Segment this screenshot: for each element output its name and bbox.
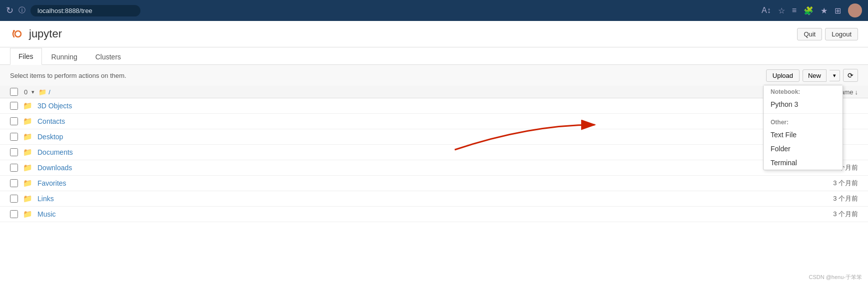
file-list-header: 0 ▾ 📁 / Name ↓ — [0, 86, 868, 98]
text-file-option[interactable]: Text File — [764, 128, 843, 142]
file-date: 3 个月前 — [833, 194, 858, 203]
jupyter-logo: jupyter — [10, 26, 62, 42]
jupyter-logo-text: jupyter — [29, 27, 62, 40]
breadcrumb-dropdown-icon[interactable]: ▾ — [31, 89, 34, 95]
svg-point-0 — [15, 31, 21, 37]
terminal-option[interactable]: Terminal — [764, 156, 843, 170]
extension-icon[interactable]: 🧩 — [804, 6, 814, 15]
file-checkbox[interactable] — [10, 133, 18, 141]
file-name-link[interactable]: Downloads — [37, 164, 72, 172]
browser-refresh-icon[interactable]: ↻ — [6, 5, 13, 16]
apps-icon[interactable]: ⊞ — [835, 6, 841, 15]
folder-icon: 📁 — [23, 132, 32, 141]
dropdown-divider — [764, 113, 843, 114]
new-caret-button[interactable]: ▾ — [830, 70, 840, 81]
breadcrumb-folder: 📁 / — [38, 88, 50, 96]
file-checkbox[interactable] — [10, 179, 18, 187]
new-dropdown-menu: Notebook: Python 3 Other: Text File Fold… — [763, 85, 843, 170]
quit-button[interactable]: Quit — [797, 28, 822, 40]
toolbar-select-info: Select items to perform actions on them. — [10, 72, 126, 79]
python3-option[interactable]: Python 3 — [764, 97, 843, 111]
notebook-section-label: Notebook: — [764, 85, 843, 97]
table-row: 📁 3D Objects — [0, 98, 868, 114]
logout-button[interactable]: Logout — [825, 28, 858, 40]
breadcrumb-path: / — [48, 88, 50, 96]
folder-icon: 📁 — [23, 101, 32, 110]
file-checkbox[interactable] — [10, 148, 18, 156]
header-buttons: Quit Logout — [797, 28, 858, 40]
folder-icon: 📁 — [38, 88, 46, 96]
file-checkbox[interactable] — [10, 195, 18, 203]
table-row: 📁 Documents — [0, 145, 868, 160]
table-row: 📁 Favorites 3 个月前 — [0, 176, 868, 191]
browser-icons: A↕ ☆ ≡ 🧩 ★ ⊞ — [762, 3, 862, 17]
bookmark-icon[interactable]: ☆ — [778, 6, 785, 15]
file-name-link[interactable]: Music — [37, 210, 56, 218]
table-row: 📁 Links 3 个月前 — [0, 191, 868, 207]
file-checkbox[interactable] — [10, 117, 18, 125]
file-name-link[interactable]: Favorites — [37, 179, 66, 187]
table-row: 📁 Contacts — [0, 114, 868, 129]
table-row: 📁 Music 3 个月前 — [0, 207, 868, 222]
table-row: 📁 Downloads 1 个月前 — [0, 160, 868, 176]
file-name-link[interactable]: Links — [37, 195, 54, 203]
tab-running[interactable]: Running — [43, 48, 86, 65]
folder-icon: 📁 — [23, 194, 32, 203]
file-name-link[interactable]: Documents — [37, 148, 73, 156]
file-name-link[interactable]: Desktop — [37, 133, 63, 141]
table-row: 📁 Desktop — [0, 129, 868, 145]
star-icon[interactable]: ★ — [821, 6, 828, 15]
refresh-button[interactable]: ⟳ — [843, 69, 858, 82]
folder-icon: 📁 — [23, 210, 32, 219]
browser-bar: ↻ ⓘ localhost:8888/tree A↕ ☆ ≡ 🧩 ★ ⊞ — [0, 0, 868, 21]
file-list: 📁 3D Objects 📁 Contacts 📁 Desktop 📁 Docu… — [0, 98, 868, 222]
file-checkbox[interactable] — [10, 102, 18, 110]
translate-icon[interactable]: A↕ — [762, 6, 771, 15]
toolbar-right: Upload New▾ ⟳ Notebook: Python 3 Other: … — [766, 69, 858, 82]
tabs-bar: Files Running Clusters — [0, 47, 868, 65]
file-checkbox[interactable] — [10, 210, 18, 218]
toolbar: Select items to perform actions on them.… — [0, 65, 868, 86]
browser-info-icon[interactable]: ⓘ — [18, 6, 25, 15]
file-name-link[interactable]: Contacts — [37, 117, 65, 125]
folder-icon: 📁 — [23, 148, 32, 157]
file-date: 3 个月前 — [833, 210, 858, 219]
folder-option[interactable]: Folder — [764, 142, 843, 156]
breadcrumb-count: 0 — [24, 88, 27, 96]
file-date: 3 个月前 — [833, 179, 858, 188]
folder-icon: 📁 — [23, 163, 32, 172]
new-button[interactable]: New — [803, 69, 827, 82]
jupyter-header: jupyter Quit Logout — [0, 21, 868, 47]
folder-icon: 📁 — [23, 179, 32, 188]
url-bar[interactable]: localhost:8888/tree — [30, 5, 140, 16]
file-checkbox[interactable] — [10, 164, 18, 172]
upload-button[interactable]: Upload — [766, 69, 800, 82]
tab-clusters[interactable]: Clusters — [87, 48, 129, 65]
file-name-link[interactable]: 3D Objects — [37, 102, 72, 110]
other-section-label: Other: — [764, 116, 843, 128]
tab-files[interactable]: Files — [10, 48, 42, 65]
select-all-checkbox[interactable] — [10, 88, 18, 96]
svg-point-1 — [13, 30, 15, 32]
avatar[interactable] — [848, 3, 862, 17]
jupyter-logo-icon — [10, 26, 26, 42]
menu-icon[interactable]: ≡ — [792, 6, 797, 15]
folder-icon: 📁 — [23, 117, 32, 126]
